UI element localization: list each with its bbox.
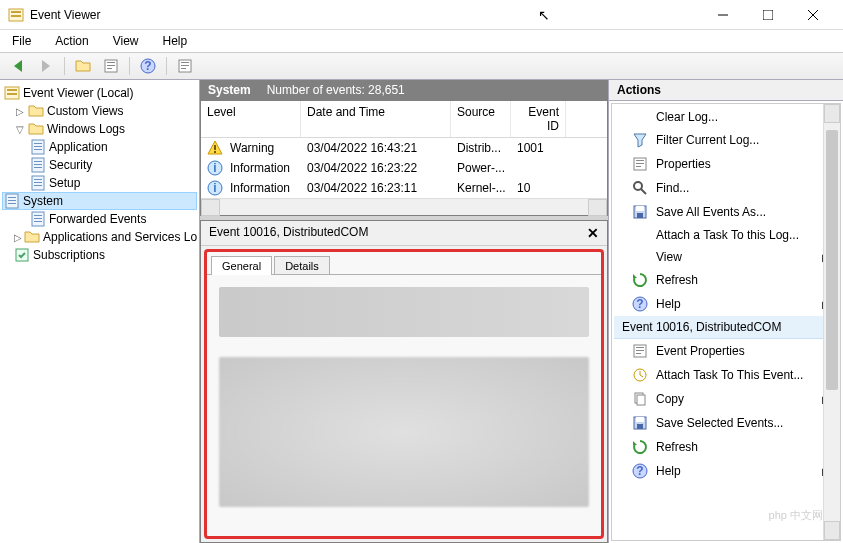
horizontal-scrollbar[interactable] xyxy=(201,198,607,215)
minimize-button[interactable] xyxy=(700,1,745,29)
action-label: Filter Current Log... xyxy=(656,133,759,147)
scroll-thumb[interactable] xyxy=(826,130,838,390)
tree-setup[interactable]: Setup xyxy=(2,174,197,192)
col-event-id[interactable]: Event ID xyxy=(511,101,566,137)
tree-security[interactable]: Security xyxy=(2,156,197,174)
action-item[interactable]: Save Selected Events... xyxy=(614,411,838,435)
action-item[interactable]: Attach a Task To this Log... xyxy=(614,224,838,246)
log-name: System xyxy=(208,83,251,97)
action-item[interactable]: Clear Log... xyxy=(614,106,838,128)
close-button[interactable] xyxy=(790,1,835,29)
event-detail-panel: Event 10016, DistributedCOM ✕ General De… xyxy=(200,220,608,543)
action-label: Help xyxy=(656,464,681,478)
save-icon xyxy=(632,415,648,431)
menubar: File Action View Help xyxy=(0,30,843,52)
help-icon xyxy=(632,296,648,312)
col-level[interactable]: Level xyxy=(201,101,301,137)
collapse-icon[interactable]: ▽ xyxy=(14,124,26,135)
event-viewer-icon xyxy=(4,85,20,101)
app-icon xyxy=(8,7,24,23)
help-button[interactable] xyxy=(136,55,160,77)
log-icon xyxy=(4,193,20,209)
col-date[interactable]: Date and Time xyxy=(301,101,451,137)
toolbar-separator xyxy=(166,57,167,75)
action-item[interactable]: Find... xyxy=(614,176,838,200)
list-row[interactable]: Information 03/04/2022 16:23:11 Kernel-.… xyxy=(201,178,607,198)
folder-icon xyxy=(28,121,44,137)
menu-file[interactable]: File xyxy=(8,32,35,50)
tree-forwarded[interactable]: Forwarded Events xyxy=(2,210,197,228)
action-item[interactable]: Help▶ xyxy=(614,292,838,316)
cell-level: Information xyxy=(230,181,290,195)
maximize-button[interactable] xyxy=(745,1,790,29)
log-icon xyxy=(30,157,46,173)
actions-section-header[interactable]: Event 10016, DistributedCOM ▴ xyxy=(614,316,838,339)
forward-button[interactable] xyxy=(34,55,58,77)
cell-source: Distrib... xyxy=(451,138,511,158)
show-console-button[interactable] xyxy=(71,55,95,77)
titlebar: Event Viewer ↖ xyxy=(0,0,843,30)
action-item[interactable]: Attach Task To This Event... xyxy=(614,363,838,387)
center-header: System Number of events: 28,651 xyxy=(200,80,608,100)
tree-system[interactable]: System xyxy=(2,192,197,210)
action-item[interactable]: Filter Current Log... xyxy=(614,128,838,152)
action-item[interactable]: View▶ xyxy=(614,246,838,268)
action-item[interactable]: Copy▶ xyxy=(614,387,838,411)
expand-icon[interactable]: ▷ xyxy=(14,232,22,243)
tree-custom-views[interactable]: ▷ Custom Views xyxy=(2,102,197,120)
tree-subscriptions[interactable]: Subscriptions xyxy=(2,246,197,264)
cell-date: 03/04/2022 16:23:22 xyxy=(301,158,451,178)
expand-icon[interactable]: ▷ xyxy=(14,106,26,117)
action-label: Refresh xyxy=(656,440,698,454)
list-row[interactable]: Information 03/04/2022 16:23:22 Power-..… xyxy=(201,158,607,178)
view-pane-button[interactable] xyxy=(173,55,197,77)
props-icon xyxy=(632,156,648,172)
list-row[interactable]: Warning 03/04/2022 16:43:21 Distrib... 1… xyxy=(201,138,607,158)
tree-apps-services[interactable]: ▷ Applications and Services Lo xyxy=(2,228,197,246)
tab-details[interactable]: Details xyxy=(274,256,330,275)
action-label: Clear Log... xyxy=(656,110,718,124)
menu-help[interactable]: Help xyxy=(159,32,192,50)
view-list-button[interactable] xyxy=(99,55,123,77)
tab-content-general xyxy=(207,274,601,536)
action-label: Attach a Task To this Log... xyxy=(656,228,799,242)
action-item[interactable]: Help▶ xyxy=(614,459,838,483)
tree-application[interactable]: Application xyxy=(2,138,197,156)
tree-windows-logs[interactable]: ▽ Windows Logs xyxy=(2,120,197,138)
filter-icon xyxy=(632,132,648,148)
cell-level: Information xyxy=(230,161,290,175)
vertical-scrollbar[interactable] xyxy=(823,104,840,540)
detail-body-highlighted: General Details xyxy=(204,249,604,539)
cursor-icon: ↖ xyxy=(538,7,550,23)
action-item[interactable]: Properties xyxy=(614,152,838,176)
menu-action[interactable]: Action xyxy=(51,32,92,50)
action-label: Save All Events As... xyxy=(656,205,766,219)
cell-id: 10 xyxy=(511,178,566,198)
tree-root-label: Event Viewer (Local) xyxy=(23,86,134,100)
toolbar-separator xyxy=(64,57,65,75)
detail-close-button[interactable]: ✕ xyxy=(587,225,599,241)
menu-view[interactable]: View xyxy=(109,32,143,50)
back-button[interactable] xyxy=(6,55,30,77)
tree-label: Setup xyxy=(49,176,80,190)
actions-header: Actions xyxy=(609,80,843,101)
action-label: View xyxy=(656,250,682,264)
copy-icon xyxy=(632,391,648,407)
tree-pane[interactable]: Event Viewer (Local) ▷ Custom Views ▽ Wi… xyxy=(0,80,200,543)
folder-icon xyxy=(28,103,44,119)
refresh-icon xyxy=(632,272,648,288)
action-label: Refresh xyxy=(656,273,698,287)
tab-general[interactable]: General xyxy=(211,256,272,275)
action-item[interactable]: Event Properties xyxy=(614,339,838,363)
tree-root[interactable]: Event Viewer (Local) xyxy=(2,84,197,102)
action-item[interactable]: Refresh xyxy=(614,268,838,292)
action-label: Help xyxy=(656,297,681,311)
event-list[interactable]: Level Date and Time Source Event ID Warn… xyxy=(200,100,608,216)
blurred-content xyxy=(219,287,589,337)
action-item[interactable]: Refresh xyxy=(614,435,838,459)
action-item[interactable]: Save All Events As... xyxy=(614,200,838,224)
cell-source: Kernel-... xyxy=(451,178,511,198)
col-source[interactable]: Source xyxy=(451,101,511,137)
info-icon xyxy=(207,180,223,196)
tree-label: Applications and Services Lo xyxy=(43,230,197,244)
